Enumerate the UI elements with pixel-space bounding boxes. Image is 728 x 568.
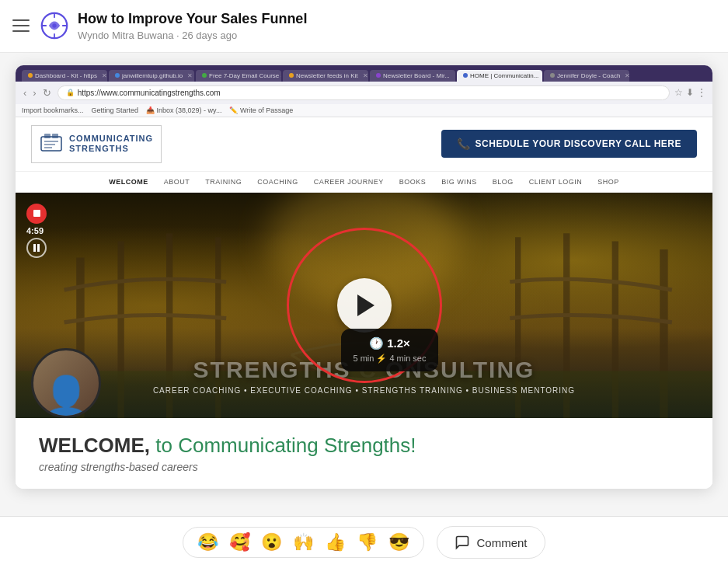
svg-rect-6 <box>41 137 61 151</box>
comment-button[interactable]: Comment <box>437 526 545 559</box>
phone-icon: 📞 <box>457 138 471 150</box>
author-name: Wyndo Mitra Buwana <box>78 30 173 41</box>
browser-tab-6[interactable]: HOME | Communicatin... ✕ <box>457 70 542 82</box>
tab-close-2[interactable]: ✕ <box>187 72 193 79</box>
url-text: https://www.communicatingstrengths.com <box>78 89 221 97</box>
browser-chrome: Dashboard - Kit - https ✕ janwillemtuip.… <box>16 65 712 82</box>
reaction-laugh[interactable]: 😂 <box>197 534 218 551</box>
avatar-area: 👤 <box>31 348 101 418</box>
bottom-action-bar: 😂 🥰 😮 🙌 👍 👎 😎 Comment <box>0 516 728 568</box>
logo-line1: COMMUNICATING <box>69 134 153 144</box>
browser-tab-2[interactable]: janwillemtuip.github.io ✕ <box>109 70 194 82</box>
site-logo-icon <box>40 131 63 158</box>
pause-button[interactable] <box>26 238 47 258</box>
reaction-thumbsdown[interactable]: 👎 <box>357 534 378 551</box>
post-title: How to Improve Your Sales Funnel <box>78 11 307 28</box>
hero-subtitle: CAREER COACHING • EXECUTIVE COACHING • S… <box>16 386 712 395</box>
timer-overlay: 4:59 <box>26 204 47 258</box>
fast-time: 4 min sec <box>389 354 426 363</box>
nav-client[interactable]: CLIENT LOGIN <box>529 178 582 186</box>
bookmarks-bar: Import bookmarks... Getting Started 📥 In… <box>16 104 712 117</box>
back-button[interactable]: ‹ <box>22 87 28 99</box>
comment-label: Comment <box>476 536 527 549</box>
nav-training[interactable]: TRAINING <box>205 178 242 186</box>
nav-bigwins[interactable]: BIG WINS <box>441 178 477 186</box>
forward-button[interactable]: › <box>31 87 37 99</box>
browser-tab-5[interactable]: Newsletter Board - Mir... ✕ <box>370 70 455 82</box>
hamburger-icon[interactable] <box>12 19 30 32</box>
main-content: Dashboard - Kit - https ✕ janwillemtuip.… <box>0 53 728 501</box>
original-time: 5 min <box>354 354 374 363</box>
time-ago: 26 days ago <box>182 30 237 41</box>
reaction-love[interactable]: 🥰 <box>229 534 250 551</box>
play-button[interactable] <box>337 278 392 333</box>
settings-icon[interactable]: ⋮ <box>697 87 706 98</box>
pause-icon <box>33 244 40 252</box>
tab-close-1[interactable]: ✕ <box>102 72 107 79</box>
welcome-suffix: to Communicating Strengths! <box>155 434 416 457</box>
star-icon[interactable]: ☆ <box>674 87 683 98</box>
bookmark-3[interactable]: 📥 Inbox (38,029) - wy... <box>146 106 221 114</box>
tab-label-5: Newsletter Board - Mir... <box>383 72 450 79</box>
speed-number: 1.2× <box>387 336 410 350</box>
tab-label-1: Dashboard - Kit - https <box>35 72 97 79</box>
tab-close-5[interactable]: ✕ <box>455 72 455 79</box>
bookmark-2[interactable]: Getting Started <box>92 106 139 114</box>
nav-career[interactable]: CAREER JOURNEY <box>314 178 384 186</box>
clock-emoji: 🕐 <box>369 336 384 350</box>
browser-tab-3[interactable]: Free 7-Day Email Course - ✕ <box>196 70 281 82</box>
svg-rect-8 <box>52 134 58 138</box>
tab-label-2: janwillemtuip.github.io <box>122 72 183 79</box>
app-header: How to Improve Your Sales Funnel Wyndo M… <box>0 0 728 53</box>
stop-icon <box>33 210 40 217</box>
site-header: COMMUNICATING STRENGTHS 📞 SCHEDULE YOUR … <box>16 117 712 172</box>
reaction-cool[interactable]: 😎 <box>388 534 409 551</box>
browser-window: Dashboard - Kit - https ✕ janwillemtuip.… <box>16 65 712 489</box>
lock-icon: 🔒 <box>66 89 75 96</box>
url-bar[interactable]: 🔒 https://www.communicatingstrengths.com <box>57 85 670 100</box>
speed-popup: 🕐 1.2× 5 min ⚡ 4 min sec <box>341 329 439 371</box>
welcome-subtext: creating strengths-based careers <box>39 461 689 473</box>
browser-action-icons: ☆ ⬇ ⋮ <box>674 87 706 98</box>
bookmark-4[interactable]: ✏️ Write of Passage <box>229 106 293 114</box>
reaction-clap[interactable]: 🙌 <box>293 534 314 551</box>
download-icon[interactable]: ⬇ <box>686 87 694 98</box>
lightning-icon: ⚡ <box>376 354 387 364</box>
stop-button[interactable] <box>26 204 47 224</box>
browser-toolbar: ‹ › ↻ 🔒 https://www.communicatingstrengt… <box>16 82 712 104</box>
site-nav: WELCOME ABOUT TRAINING COACHING CAREER J… <box>16 172 712 193</box>
comment-icon <box>455 535 470 550</box>
avatar: 👤 <box>31 348 101 418</box>
browser-tab-4[interactable]: Newsletter feeds in Kit ✕ <box>283 70 368 82</box>
svg-point-1 <box>52 24 56 28</box>
post-meta: Wyndo Mitra Buwana · 26 days ago <box>78 30 307 41</box>
tab-close-4[interactable]: ✕ <box>363 72 368 79</box>
browser-tabs: Dashboard - Kit - https ✕ janwillemtuip.… <box>22 70 706 82</box>
logo-line2: STRENGTHS <box>69 144 153 154</box>
avatar-image: 👤 <box>42 377 90 416</box>
website-content: COMMUNICATING STRENGTHS 📞 SCHEDULE YOUR … <box>16 117 712 489</box>
nav-about[interactable]: ABOUT <box>164 178 190 186</box>
tab-label-6: HOME | Communicatin... <box>470 72 538 79</box>
site-logo: COMMUNICATING STRENGTHS <box>31 125 162 163</box>
bookmark-1[interactable]: Import bookmarks... <box>22 106 84 114</box>
nav-books[interactable]: BOOKS <box>399 178 427 186</box>
welcome-section: WELCOME, to Communicating Strengths! cre… <box>16 418 712 489</box>
browser-tab-1[interactable]: Dashboard - Kit - https ✕ <box>22 70 107 82</box>
browser-tab-7[interactable]: Jennifer Doyle - Coach ✕ <box>544 70 629 82</box>
reaction-wow[interactable]: 😮 <box>261 534 282 551</box>
hero-area: 4:59 🕐 <box>16 193 712 418</box>
play-icon <box>357 294 374 316</box>
reload-button[interactable]: ↻ <box>41 87 53 99</box>
speed-value: 🕐 1.2× <box>354 336 427 350</box>
schedule-button[interactable]: 📞 SCHEDULE YOUR DISCOVERY CALL HERE <box>441 130 697 158</box>
tab-close-7[interactable]: ✕ <box>625 72 629 79</box>
nav-welcome[interactable]: WELCOME <box>109 178 148 186</box>
nav-shop[interactable]: SHOP <box>597 178 619 186</box>
reaction-thumbsup[interactable]: 👍 <box>325 534 346 551</box>
reactions-area: 😂 🥰 😮 🙌 👍 👎 😎 <box>183 527 424 558</box>
nav-blog[interactable]: BLOG <box>493 178 514 186</box>
site-logo-text: COMMUNICATING STRENGTHS <box>69 134 153 154</box>
tab-label-7: Jennifer Doyle - Coach <box>557 72 620 79</box>
nav-coaching[interactable]: COACHING <box>257 178 298 186</box>
